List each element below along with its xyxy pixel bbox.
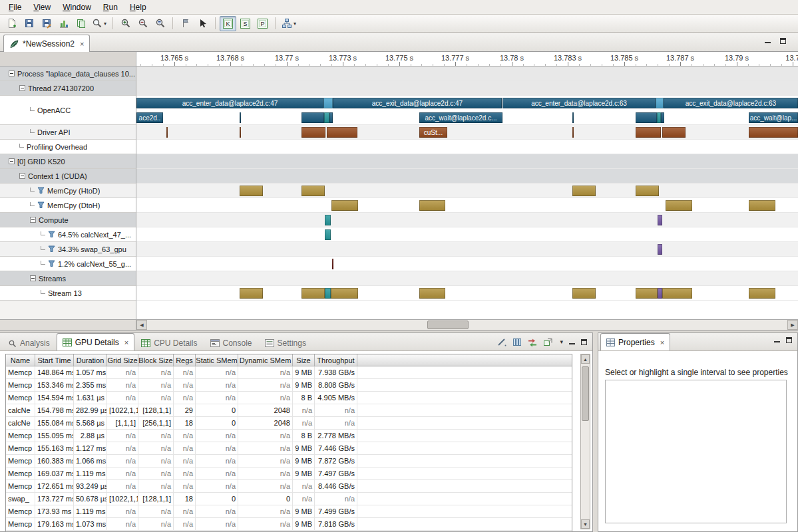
pointer-button[interactable]: [194, 16, 211, 31]
menu-view[interactable]: View: [27, 1, 57, 13]
timeline-h-scrollbar[interactable]: ◀ ▶: [136, 319, 798, 330]
close-icon[interactable]: ×: [124, 338, 128, 346]
column-header-regs[interactable]: Regs: [174, 354, 196, 366]
table-row[interactable]: Memcp148.864 ms1.057 msn/an/an/an/an/a9 …: [6, 366, 572, 379]
timeline-bar[interactable]: [240, 127, 241, 138]
timeline-bar[interactable]: [572, 112, 574, 123]
save-as-button[interactable]: [38, 16, 55, 31]
timeline-bar[interactable]: [572, 127, 574, 138]
tab-gpu-details[interactable]: GPU Details×: [57, 333, 134, 350]
timeline-ruler[interactable]: 13.765 s13.768 s13.77 s13.773 s13.775 s1…: [136, 52, 798, 66]
column-header-block-size[interactable]: Block Size: [138, 354, 174, 366]
timeline-lane-1-2-calcnext-55-g[interactable]: [136, 257, 798, 271]
timeline-lane-openacc[interactable]: acc_enter_data@laplace2d.c:47acc_exit_da…: [136, 96, 798, 125]
tab-console[interactable]: Console: [204, 335, 258, 350]
timeline-bar[interactable]: [323, 98, 333, 108]
collapse-toggle-icon[interactable]: [19, 85, 25, 91]
timeline-bar[interactable]: [240, 112, 241, 123]
timeline-lane-profiling-overhead[interactable]: [136, 140, 798, 154]
stream-toggle-button[interactable]: S: [237, 16, 254, 31]
timeline-bar[interactable]: [572, 186, 596, 196]
timeline-bar[interactable]: [658, 244, 662, 255]
scroll-down-button[interactable]: ▼: [581, 519, 590, 529]
collapse-toggle-icon[interactable]: [9, 158, 15, 164]
timeline-bar[interactable]: [636, 186, 659, 196]
timeline-bar[interactable]: [331, 288, 358, 299]
table-row[interactable]: calcNe154.798 ms282.99 µs[1022,1,1][128,…: [6, 404, 572, 417]
scroll-up-button[interactable]: ▲: [581, 354, 590, 364]
menu-help[interactable]: Help: [124, 1, 152, 13]
timeline-bar[interactable]: [301, 127, 325, 138]
timeline-tree-row-thread-2741307200[interactable]: Thread 2741307200: [0, 81, 136, 96]
table-row[interactable]: Memcp169.037 ms1.119 msn/an/an/an/an/a9 …: [6, 467, 572, 480]
timeline-lane-process-laplace-data-clauses-10[interactable]: [136, 66, 798, 81]
swap-arrows-icon[interactable]: [528, 338, 537, 346]
timeline-bar[interactable]: [749, 127, 798, 138]
timeline-bar[interactable]: [636, 112, 657, 123]
timeline-bar[interactable]: [331, 200, 358, 211]
collapse-toggle-icon[interactable]: [9, 70, 15, 76]
timeline-lane-driver-api[interactable]: cuSt...: [136, 125, 798, 140]
timeline-tree-row-compute[interactable]: Compute: [0, 213, 136, 227]
timeline-bar[interactable]: acc_exit_data@laplace2d.c:47: [333, 98, 502, 108]
timeline-bar[interactable]: [325, 215, 331, 225]
table-row[interactable]: Memcp154.594 ms1.631 µsn/an/an/an/an/a8 …: [6, 392, 572, 404]
timeline-bar[interactable]: [636, 288, 658, 299]
view-menu-icon[interactable]: ▾: [560, 338, 563, 345]
export-button[interactable]: [73, 16, 89, 31]
menu-file[interactable]: File: [3, 1, 27, 13]
zoom-in-button[interactable]: [117, 16, 134, 31]
timeline-bar[interactable]: acc_enter_data@laplace2d.c:47: [136, 98, 323, 108]
save-button[interactable]: [21, 16, 37, 31]
column-header-static-smem[interactable]: Static SMem: [196, 354, 238, 366]
h-scroll-thumb[interactable]: [427, 321, 469, 329]
timeline-bar[interactable]: [749, 200, 775, 211]
session-tab[interactable]: *NewSession2 ×: [3, 35, 90, 52]
minimize-icon[interactable]: [765, 38, 771, 44]
timeline-bar[interactable]: acc_enter_data@laplace2d.c:63: [502, 98, 656, 108]
timeline-lane-compute[interactable]: [136, 213, 798, 227]
close-icon[interactable]: ×: [80, 40, 84, 48]
zoom-out-button[interactable]: [134, 16, 151, 31]
column-header-start-time[interactable]: Start Time: [35, 354, 74, 366]
column-header-throughput[interactable]: Throughput: [315, 354, 357, 366]
timeline-tree-row-1-2-calcnext-55-g[interactable]: 1.2% calcNext_55_g...: [0, 257, 136, 271]
tab-settings[interactable]: Settings: [259, 335, 312, 350]
timeline-bar[interactable]: [301, 186, 325, 196]
timeline-bar[interactable]: [325, 229, 331, 240]
maximize-icon[interactable]: [786, 337, 792, 343]
column-header-grid-size[interactable]: Grid Size: [107, 354, 138, 366]
timeline-bar[interactable]: [662, 127, 686, 138]
zoom-fit-button[interactable]: [152, 16, 168, 31]
timeline-bar[interactable]: [329, 112, 333, 123]
timeline-lane-memcpy-htod[interactable]: [136, 184, 798, 198]
timeline-bar[interactable]: [658, 288, 662, 299]
timeline-bar[interactable]: [240, 186, 263, 196]
table-row[interactable]: calcNe155.084 ms5.568 µs[1,1,1][256,1,1]…: [6, 417, 572, 430]
timeline-tree-row-profiling-overhead[interactable]: Profiling Overhead: [0, 140, 136, 154]
search-button[interactable]: ▾: [90, 16, 108, 31]
timeline-bar[interactable]: [636, 127, 661, 138]
collapse-toggle-icon[interactable]: [30, 275, 36, 281]
timeline-bar[interactable]: [749, 288, 775, 299]
timeline-tree-row-stream-13[interactable]: Stream 13: [0, 286, 136, 301]
timeline-tree-row-streams[interactable]: Streams: [0, 271, 136, 286]
menu-window[interactable]: Window: [57, 1, 97, 13]
process-toggle-button[interactable]: P: [254, 16, 271, 31]
minimize-icon[interactable]: [569, 339, 575, 345]
timeline-bar[interactable]: [240, 288, 263, 299]
column-header-duration[interactable]: Duration: [74, 354, 107, 366]
timeline-lane-34-3-swap-63-gpu[interactable]: [136, 242, 798, 257]
timeline-bar[interactable]: [325, 288, 331, 299]
timeline-tree-row-process-laplace-data-clauses-10[interactable]: Process "laplace_data_clauses 10...: [0, 66, 136, 81]
tab-properties[interactable]: Properties ×: [600, 333, 670, 350]
timeline-lane-64-5-calcnext-47[interactable]: [136, 227, 798, 242]
timeline-bar[interactable]: [658, 215, 662, 225]
timeline-tree-row-memcpy-dtoh[interactable]: MemCpy (DtoH): [0, 198, 136, 213]
timeline-tree-row-0-grid-k520[interactable]: [0] GRID K520: [0, 154, 136, 169]
table-row[interactable]: Memcp160.383 ms1.066 msn/an/an/an/an/a9 …: [6, 455, 572, 467]
export-icon[interactable]: [543, 338, 552, 346]
timeline-tree-row-memcpy-htod[interactable]: MemCpy (HtoD): [0, 184, 136, 198]
close-icon[interactable]: ×: [660, 338, 664, 346]
timeline-bar[interactable]: [661, 112, 664, 123]
